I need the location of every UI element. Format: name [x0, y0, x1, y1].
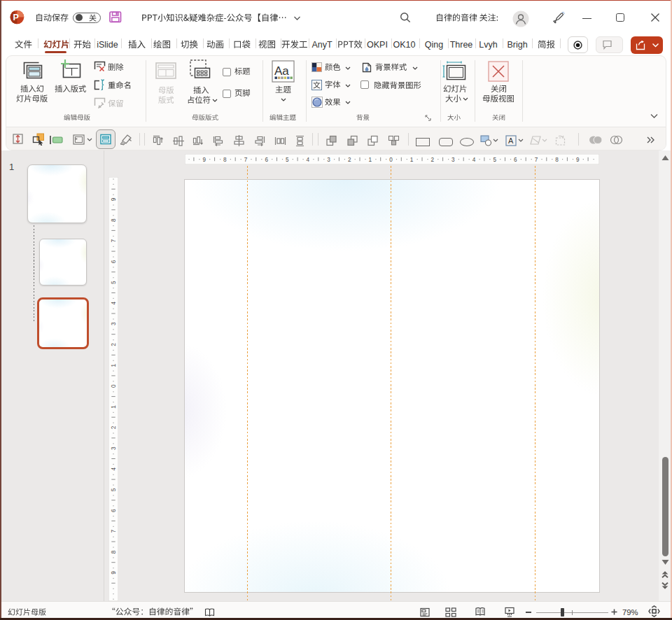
svg-text:5: 5 [493, 156, 496, 162]
svg-text:3: 3 [327, 156, 330, 162]
svg-text:1: 1 [110, 363, 116, 367]
svg-text:0: 0 [389, 156, 393, 162]
svg-text:P: P [13, 13, 19, 22]
svg-text:0: 0 [110, 384, 116, 388]
svg-text:8: 8 [555, 156, 559, 162]
svg-text:A: A [508, 136, 514, 145]
svg-text:2: 2 [431, 156, 435, 162]
svg-text:4: 4 [307, 156, 310, 162]
svg-text:7: 7 [110, 239, 116, 242]
svg-text:5: 5 [110, 280, 116, 283]
svg-text:2: 2 [110, 425, 116, 429]
svg-text:6: 6 [110, 508, 116, 512]
svg-text:9: 9 [110, 570, 116, 574]
svg-text:8: 8 [223, 156, 227, 162]
svg-text:Aa: Aa [274, 64, 289, 78]
svg-text:1: 1 [410, 156, 414, 162]
svg-text:6: 6 [514, 156, 517, 162]
svg-text:6: 6 [265, 156, 268, 162]
svg-text:5: 5 [110, 488, 116, 491]
svg-text:7: 7 [110, 529, 116, 533]
svg-text:7: 7 [244, 156, 248, 162]
svg-text:2: 2 [348, 156, 351, 162]
svg-text:1: 1 [369, 156, 372, 162]
svg-text:4: 4 [110, 301, 116, 304]
svg-text:8: 8 [110, 218, 116, 221]
svg-text:9: 9 [576, 156, 580, 162]
svg-text:1: 1 [110, 404, 116, 408]
svg-text:3: 3 [451, 156, 455, 162]
svg-text:3: 3 [110, 322, 116, 325]
svg-text:5: 5 [286, 156, 289, 162]
svg-text:6: 6 [110, 260, 116, 263]
svg-text:2: 2 [110, 342, 116, 346]
svg-text:9: 9 [110, 197, 116, 201]
svg-text:4: 4 [110, 467, 116, 470]
svg-text:3: 3 [110, 446, 116, 449]
svg-text:7: 7 [535, 156, 538, 162]
svg-text:4: 4 [472, 156, 476, 162]
svg-text:9: 9 [202, 156, 206, 162]
svg-text:8: 8 [110, 550, 116, 554]
